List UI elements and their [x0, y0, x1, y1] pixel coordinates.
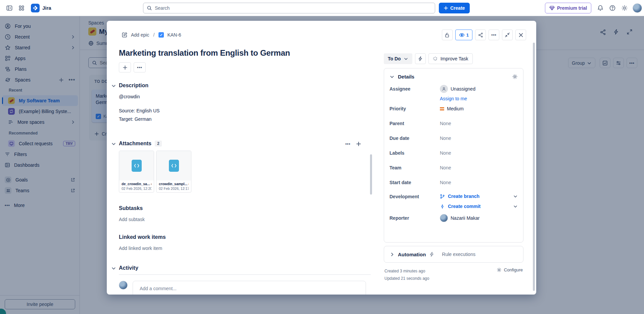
- settings-gear-icon[interactable]: [619, 3, 630, 13]
- attachment-card[interactable]: crowdin_sampl... oid.xml 02 Feb 2026, 12…: [156, 151, 191, 193]
- detail-row-parent: Parent None: [384, 116, 523, 131]
- jira-logo-icon[interactable]: [31, 4, 40, 12]
- improve-task-button[interactable]: Improve Task: [428, 53, 473, 64]
- issue-title[interactable]: Marketing translation from English to Ge…: [119, 48, 366, 58]
- linked-items-heading: Linked work items: [119, 234, 166, 240]
- chevron-down-icon[interactable]: [111, 83, 116, 88]
- attachment-card[interactable]: de_crowdin_sa... oid.xml 02 Feb 2026, 12…: [119, 151, 154, 193]
- team-value[interactable]: None: [440, 165, 451, 170]
- configure-button[interactable]: Configure: [497, 267, 523, 272]
- branch-chevron-down-icon[interactable]: [513, 194, 518, 199]
- close-modal-button[interactable]: [515, 30, 526, 40]
- add-content-button[interactable]: [119, 62, 131, 72]
- chevron-right-icon: [389, 252, 395, 257]
- premium-trial-button[interactable]: Premium trial: [545, 3, 591, 13]
- commit-chevron-down-icon[interactable]: [513, 204, 518, 209]
- issue-key[interactable]: KAN-6: [167, 32, 181, 38]
- chevron-down-icon[interactable]: [111, 266, 116, 271]
- activity-heading: Activity: [119, 265, 138, 271]
- description-body[interactable]: @crowdin Source: English US Target: Germ…: [119, 93, 366, 122]
- labels-value[interactable]: None: [440, 150, 451, 156]
- global-search-input[interactable]: [155, 5, 431, 11]
- due-date-value[interactable]: None: [440, 136, 451, 141]
- collapse-modal-button[interactable]: [502, 30, 513, 40]
- create-commit-link[interactable]: Create commit: [448, 204, 480, 209]
- start-date-value[interactable]: None: [440, 180, 451, 185]
- create-branch-link[interactable]: Create branch: [448, 194, 479, 199]
- priority-value[interactable]: Medium: [440, 106, 464, 111]
- assign-to-me-link[interactable]: Assign to me: [440, 96, 467, 101]
- attachment-date: 02 Feb 2026, 12:20 PM: [122, 187, 151, 191]
- branch-icon: [440, 194, 445, 199]
- collapse-sidebar-icon[interactable]: [4, 3, 15, 13]
- chevron-down-icon[interactable]: [111, 141, 116, 146]
- detail-row-priority: Priority Medium: [384, 101, 523, 116]
- issue-modal: Add epic / ✓ KAN-6 1 •••: [107, 21, 536, 295]
- source-line: Source: English US: [119, 107, 366, 114]
- ai-sparkle-icon: [433, 56, 438, 61]
- content-scrollbar[interactable]: [370, 154, 372, 195]
- notifications-bell-icon[interactable]: [595, 3, 606, 13]
- watcher-count: 1: [466, 33, 469, 38]
- detail-row-development: Development Create branch: [384, 190, 523, 211]
- subtasks-heading: Subtasks: [119, 205, 143, 211]
- modal-scrollbar[interactable]: [533, 43, 535, 291]
- detail-row-reporter: Reporter Nazarii Makar: [384, 211, 523, 225]
- attachments-count-badge: 2: [155, 141, 162, 147]
- diamond-icon: [549, 6, 555, 10]
- created-timestamp: Created 3 minutes ago: [384, 267, 429, 275]
- lock-button[interactable]: [442, 30, 453, 40]
- plus-icon: [444, 6, 448, 10]
- user-avatar[interactable]: [633, 3, 642, 13]
- description-heading: Description: [119, 83, 148, 89]
- modal-side-column: To Do Improve Task Details: [384, 53, 523, 282]
- target-line: Target: German: [119, 116, 366, 122]
- chevron-down-icon[interactable]: [389, 74, 395, 79]
- title-more-button[interactable]: •••: [134, 62, 146, 72]
- global-search[interactable]: [143, 3, 435, 13]
- parent-value[interactable]: None: [440, 121, 451, 126]
- meta-dates: Created 3 minutes ago Updated 21 seconds…: [384, 267, 429, 282]
- bolt-icon: [429, 252, 434, 257]
- modal-breadcrumb: Add epic / ✓ KAN-6: [122, 32, 181, 38]
- eye-icon: [459, 32, 465, 38]
- reporter-value[interactable]: Nazarii Makar: [440, 214, 479, 222]
- detail-row-assignee: Assignee Unassigned Assign to me: [384, 82, 523, 101]
- automation-heading: Automation: [398, 252, 426, 257]
- assignee-value[interactable]: Unassigned: [440, 85, 475, 93]
- details-heading: Details: [398, 74, 414, 80]
- xml-file-icon: [169, 160, 179, 172]
- more-actions-button[interactable]: •••: [489, 30, 499, 40]
- updated-timestamp: Updated 21 seconds ago: [384, 275, 429, 282]
- share-button[interactable]: [475, 30, 486, 40]
- detail-row-due-date: Due date None: [384, 131, 523, 146]
- watchers-button[interactable]: 1: [455, 30, 472, 40]
- add-subtask-button[interactable]: Add subtask: [119, 217, 145, 222]
- add-epic-label[interactable]: Add epic: [131, 32, 149, 38]
- current-user-avatar: [119, 281, 128, 290]
- reporter-avatar: [440, 214, 448, 222]
- comment-composer[interactable]: Add a comment... Suggest a reply Who is …: [133, 281, 366, 295]
- attachments-add-icon[interactable]: [356, 141, 361, 147]
- jira-app: Jira Create Premium trial: [0, 0, 644, 314]
- attachments-more-icon[interactable]: •••: [345, 141, 351, 147]
- attachment-date: 02 Feb 2026, 12:17 PM: [159, 187, 189, 191]
- modal-main-column: Marketing translation from English to Ge…: [119, 48, 366, 295]
- app-switcher-icon[interactable]: [16, 3, 27, 13]
- automation-panel[interactable]: Automation Rule executions: [384, 246, 523, 263]
- gear-icon: [497, 267, 502, 272]
- details-settings-gear-icon[interactable]: [512, 74, 518, 80]
- activity-divider: [119, 274, 371, 275]
- product-name: Jira: [42, 5, 51, 11]
- add-linked-item-button[interactable]: Add linked work item: [119, 246, 162, 251]
- automation-bolt-button[interactable]: [415, 53, 426, 64]
- help-icon[interactable]: [607, 3, 618, 13]
- detail-row-team: Team None: [384, 160, 523, 175]
- create-button[interactable]: Create: [439, 3, 470, 13]
- rule-executions-label: Rule executions: [442, 252, 475, 257]
- priority-medium-icon: [440, 107, 444, 110]
- status-dropdown[interactable]: To Do: [384, 53, 412, 64]
- add-epic-icon: [122, 32, 128, 38]
- details-panel: Details Assignee Unassigned: [384, 68, 523, 243]
- search-icon: [147, 5, 152, 11]
